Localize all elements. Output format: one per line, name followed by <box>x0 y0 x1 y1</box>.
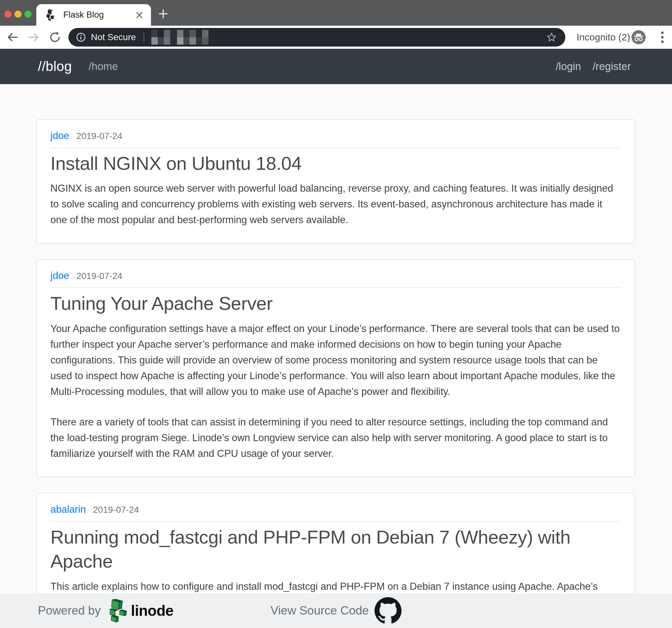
plus-icon <box>158 8 169 20</box>
post-date: 2019-07-24 <box>93 505 139 515</box>
new-tab-button[interactable] <box>156 7 170 21</box>
post-author-link[interactable]: abalarin <box>50 504 86 515</box>
back-arrow-icon <box>6 31 19 44</box>
reload-icon <box>48 31 62 44</box>
forward-button[interactable] <box>27 30 41 44</box>
urlbar-divider <box>144 32 144 42</box>
redacted-url <box>151 30 209 45</box>
nav-link-home[interactable]: /home <box>89 60 118 73</box>
browser-menu-button[interactable] <box>655 30 669 44</box>
post-card: jdoe 2019-07-24 Tuning Your Apache Serve… <box>36 259 635 477</box>
tab-title: Flask Blog <box>63 10 135 20</box>
post-title: Tuning Your Apache Server <box>50 291 621 315</box>
post-meta: jdoe 2019-07-24 <box>50 128 621 142</box>
navbar-brand[interactable]: //blog <box>38 59 72 74</box>
navbar-left-links: /home <box>89 60 118 73</box>
post-paragraph: NGINX is an open source web server with … <box>50 180 621 228</box>
post-divider <box>50 147 621 148</box>
browser-window: Flask Blog <box>0 0 672 628</box>
post-title: Install NGINX on Ubuntu 18.04 <box>50 151 621 175</box>
browser-toolbar: Not Secure Incognito (2) <box>0 26 672 49</box>
tab-strip: Flask Blog <box>0 0 672 26</box>
back-button[interactable] <box>6 30 19 44</box>
incognito-icon <box>631 30 646 44</box>
fullscreen-window-button[interactable] <box>24 10 31 18</box>
reload-button[interactable] <box>48 30 62 44</box>
forward-arrow-icon <box>27 31 40 44</box>
browser-tab[interactable]: Flask Blog <box>36 4 151 26</box>
page-footer: Powered by <box>0 593 672 628</box>
post-meta: jdoe 2019-07-24 <box>50 268 621 282</box>
post-author-link[interactable]: jdoe <box>50 130 69 142</box>
view-source-group[interactable]: View Source Code <box>0 593 672 628</box>
nav-link-register[interactable]: /register <box>593 60 631 73</box>
address-bar[interactable]: Not Secure <box>68 28 566 47</box>
post-list: jdoe 2019-07-24 Install NGINX on Ubuntu … <box>0 84 672 593</box>
minimize-window-button[interactable] <box>15 10 22 18</box>
site-navbar: //blog /home /login /register <box>0 49 672 84</box>
bookmark-star-icon[interactable] <box>546 32 557 43</box>
post-card: abalarin 2019-07-24 Running mod_fastcgi … <box>36 493 635 593</box>
post-title: Running mod_fastcgi and PHP-FPM on Debia… <box>50 525 621 573</box>
post-divider <box>50 521 621 522</box>
github-icon <box>375 597 402 624</box>
incognito-label: Incognito (2) <box>577 26 630 49</box>
page-content: jdoe 2019-07-24 Install NGINX on Ubuntu … <box>0 84 672 593</box>
tab-favicon-icon <box>45 9 56 21</box>
view-source-label: View Source Code <box>270 604 369 618</box>
post-paragraph: This article explains how to configure a… <box>50 579 621 593</box>
security-status-label: Not Secure <box>91 32 136 42</box>
post-paragraph: Your Apache configuration settings have … <box>50 321 621 399</box>
tab-close-icon[interactable] <box>135 10 144 20</box>
post-date: 2019-07-24 <box>76 131 122 141</box>
nav-link-login[interactable]: /login <box>556 60 581 73</box>
post-body: This article explains how to configure a… <box>50 579 621 593</box>
post-author-link[interactable]: jdoe <box>50 270 69 282</box>
close-window-button[interactable] <box>4 10 11 18</box>
navbar-right-links: /login /register <box>556 60 631 73</box>
post-meta: abalarin 2019-07-24 <box>50 502 621 515</box>
post-body: NGINX is an open source web server with … <box>50 180 621 228</box>
window-controls <box>4 10 31 18</box>
post-date: 2019-07-24 <box>76 271 122 281</box>
post-paragraph: There are a variety of tools that can as… <box>50 414 621 461</box>
post-body: Your Apache configuration settings have … <box>50 321 621 461</box>
post-card: jdoe 2019-07-24 Install NGINX on Ubuntu … <box>36 119 635 244</box>
kebab-menu-icon <box>661 31 664 44</box>
post-divider <box>50 287 621 288</box>
info-icon[interactable] <box>76 32 86 42</box>
